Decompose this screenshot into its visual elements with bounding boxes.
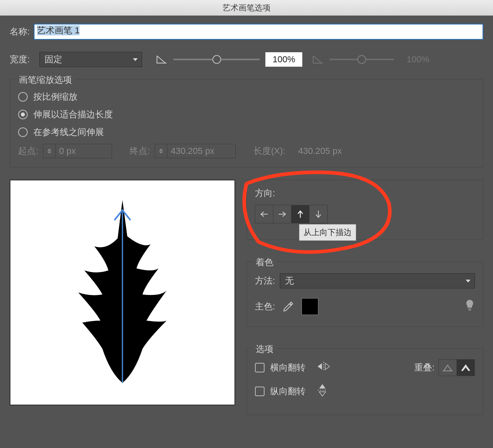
chevron-down-icon xyxy=(133,58,138,61)
chevron-down-icon xyxy=(466,280,471,282)
flip-v-label: 纵向翻转 xyxy=(270,385,306,397)
direction-label: 方向: xyxy=(255,187,475,199)
keycolor-label: 主色: xyxy=(255,301,275,313)
flip-h-label: 横向翻转 xyxy=(270,362,306,374)
radio-proportional-label: 按比例缩放 xyxy=(33,91,77,103)
name-row: 名称: 艺术画笔 1 xyxy=(10,24,483,40)
spinner-icon xyxy=(155,144,167,158)
radio-icon xyxy=(18,127,28,137)
width-percent-1[interactable]: 100% xyxy=(265,52,302,67)
width-mode-dropdown[interactable]: 固定 xyxy=(39,52,142,67)
width-row: 宽度: 固定 100% 100% xyxy=(10,52,483,67)
tint-method-value: 无 xyxy=(285,275,294,287)
pressure-curve-icon-2 xyxy=(312,53,324,65)
spinner-icon xyxy=(43,144,56,158)
flip-horizontal-checkbox[interactable]: 横向翻转 xyxy=(255,361,330,374)
guide-values-row: 起点: 0 px 终点: 430.205 px 长度(X): 430.205 p… xyxy=(18,144,475,158)
end-label: 终点: xyxy=(130,145,150,157)
width-slider-2 xyxy=(330,59,394,60)
svg-marker-11 xyxy=(319,392,326,396)
direction-up-button[interactable] xyxy=(291,205,310,223)
width-label: 宽度: xyxy=(10,53,30,65)
start-value: 0 px xyxy=(56,146,76,156)
flip-vertical-checkbox[interactable]: 纵向翻转 xyxy=(255,383,475,399)
overlap-option-1[interactable] xyxy=(439,360,457,376)
radio-guides[interactable]: 在参考线之间伸展 xyxy=(18,126,475,138)
radio-icon xyxy=(18,92,28,102)
brush-preview xyxy=(10,180,235,405)
tint-group: 着色 方法: 无 主色: xyxy=(246,262,483,327)
name-value: 艺术画笔 1 xyxy=(37,25,79,35)
direction-group: 方向: 从上向下描边 xyxy=(246,180,483,240)
eyedropper-icon[interactable] xyxy=(282,301,294,313)
overlap-label: 重叠: xyxy=(414,362,434,374)
tint-method-label: 方法: xyxy=(255,275,275,287)
width-slider-1[interactable] xyxy=(173,59,260,60)
overlap-option-2[interactable] xyxy=(457,360,475,376)
name-label: 名称: xyxy=(10,26,30,38)
overlap-buttons xyxy=(438,359,475,376)
direction-right-button[interactable] xyxy=(273,205,291,223)
flip-vertical-icon xyxy=(317,383,328,399)
tips-bulb-icon[interactable] xyxy=(464,299,475,314)
scale-options-group: 画笔缩放选项 按比例缩放 伸展以适合描边长度 在参考线之间伸展 起点: 0 px… xyxy=(10,79,483,168)
radio-proportional[interactable]: 按比例缩放 xyxy=(18,91,475,103)
pressure-curve-icon xyxy=(156,53,168,65)
options-title: 选项 xyxy=(253,343,277,355)
width-mode-value: 固定 xyxy=(45,53,62,65)
scale-options-title: 画笔缩放选项 xyxy=(16,74,75,86)
tint-title: 着色 xyxy=(253,256,277,268)
direction-tooltip: 从上向下描边 xyxy=(299,224,356,241)
radio-stretch-label: 伸展以适合描边长度 xyxy=(33,108,113,121)
radio-guides-label: 在参考线之间伸展 xyxy=(33,126,104,138)
options-group: 选项 横向翻转 重叠: xyxy=(246,348,483,415)
svg-marker-7 xyxy=(325,363,330,370)
checkbox-icon xyxy=(255,387,265,396)
start-value-field: 0 px xyxy=(43,144,112,158)
tint-method-dropdown[interactable]: 无 xyxy=(280,273,475,288)
end-value-field: 430.205 px xyxy=(155,144,236,158)
keycolor-swatch[interactable] xyxy=(302,298,318,315)
radio-icon xyxy=(18,110,28,119)
brush-preview-art xyxy=(62,200,183,385)
direction-buttons xyxy=(255,205,328,223)
width-percent-2: 100% xyxy=(399,52,436,67)
length-value: 430.205 px xyxy=(298,146,342,156)
flip-horizontal-icon xyxy=(317,361,330,374)
svg-marker-6 xyxy=(318,363,322,370)
checkbox-icon xyxy=(255,363,265,372)
radio-stretch[interactable]: 伸展以适合描边长度 xyxy=(18,108,475,121)
start-label: 起点: xyxy=(18,145,38,157)
length-label: 长度(X): xyxy=(253,145,285,157)
window-title: 艺术画笔选项 xyxy=(0,0,493,16)
svg-marker-10 xyxy=(319,384,326,389)
direction-left-button[interactable] xyxy=(255,205,273,223)
name-input[interactable]: 艺术画笔 1 xyxy=(34,24,483,40)
end-value: 430.205 px xyxy=(167,146,214,156)
direction-down-button[interactable] xyxy=(310,205,327,223)
